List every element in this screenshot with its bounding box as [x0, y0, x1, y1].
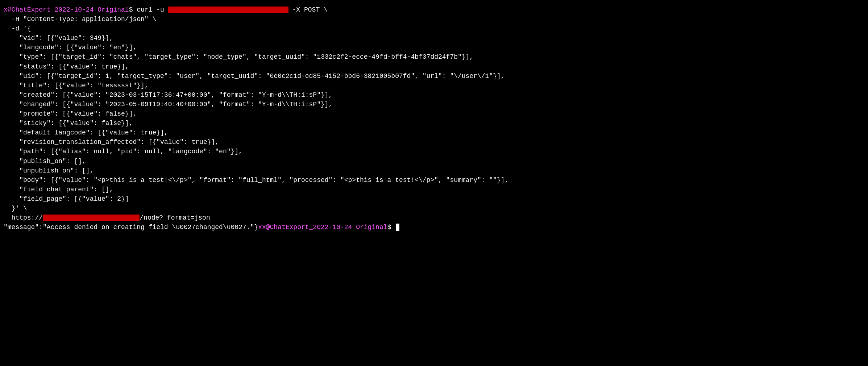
line-6: "type": [{"target_id": "chats", "target_… [4, 52, 864, 62]
line-8: "uid": [{"target_id": 1, "target_type": … [4, 71, 864, 81]
command-rest-1: -X POST \ [288, 6, 328, 13]
prompt-repo-2: ChatExport_2022-10-24 Original [270, 224, 387, 231]
code-17: "publish_on": [], [4, 158, 86, 165]
code-7: "status": [{"value": true}], [4, 63, 129, 70]
prompt-repo-1: ChatExport_2022-10-24 Original [12, 6, 129, 13]
redacted-url [43, 215, 140, 221]
line-21: "field_page": [{"value": 2}] [4, 194, 864, 204]
prompt-dollar-1: $ curl -u [129, 6, 168, 13]
code-10: "created": [{"value": "2023-03-15T17:36:… [4, 91, 332, 99]
line-7: "status": [{"value": true}], [4, 62, 864, 71]
code-18: "unpublish_on": [], [4, 167, 94, 174]
line-12: "promote": [{"value": false}], [4, 109, 864, 118]
code-13: "sticky": [{"value": false}], [4, 120, 133, 127]
line-14: "default_langcode": [{"value": true}], [4, 128, 864, 137]
line-20: "field_chat_parent": [], [4, 185, 864, 194]
url-suffix: /node?_format=json [140, 214, 210, 221]
line-3: -d '{ [4, 24, 864, 33]
line-19: "body": [{"value": "<p>this is a test!<\… [4, 175, 864, 185]
url-prefix: https:// [4, 214, 43, 221]
prompt-user-2: xx@ChatExport_2022-10-24 Original [258, 224, 387, 231]
code-6: "type": [{"target_id": "chats", "target_… [4, 53, 473, 61]
line-2: -H "Content-Type: application/json" \ [4, 14, 864, 24]
line-11: "changed": [{"value": "2023-05-09T19:40:… [4, 100, 864, 109]
line-15: "revision_translation_affected": [{"valu… [4, 137, 864, 147]
line-22: }' \ [4, 204, 864, 213]
code-14: "default_langcode": [{"value": true}], [4, 129, 168, 136]
line-10: "created": [{"value": "2023-03-15T17:36:… [4, 90, 864, 100]
line-5: "langcode": [{"value": "en"}], [4, 43, 864, 52]
code-8: "uid": [{"target_id": 1, "target_type": … [4, 72, 505, 80]
code-12: "promote": [{"value": false}], [4, 110, 137, 117]
line-1: x@ChatExport_2022-10-24 Original$ curl -… [4, 5, 864, 14]
terminal-window: x@ChatExport_2022-10-24 Original$ curl -… [0, 3, 868, 234]
code-4: "vid": [{"value": 349}], [4, 34, 113, 42]
line-18: "unpublish_on": [], [4, 166, 864, 175]
line-24: "message":"Access denied on creating fie… [4, 222, 864, 232]
code-15: "revision_translation_affected": [{"valu… [4, 138, 219, 146]
line-4: "vid": [{"value": 349}], [4, 33, 864, 43]
prompt-dollar-2: $ [387, 224, 395, 231]
code-5: "langcode": [{"value": "en"}], [4, 44, 137, 51]
redacted-credentials [168, 7, 288, 13]
line-17: "publish_on": [], [4, 157, 864, 166]
line-13: "sticky": [{"value": false}], [4, 118, 864, 128]
line-23: https:// /node?_format=json [4, 213, 864, 222]
code-21: "field_page": [{"value": 2}] [4, 195, 129, 203]
code-22: }' \ [4, 205, 27, 212]
terminal-cursor [396, 224, 399, 231]
result-message: "message":"Access denied on creating fie… [4, 224, 258, 231]
prompt-user-1: x@ChatExport_2022-10-24 Original [4, 6, 129, 13]
code-9: "title": [{"value": "tessssst"}], [4, 82, 149, 89]
code-16: "path": [{"alias": null, "pid": null, "l… [4, 148, 242, 155]
code-2: -H "Content-Type: application/json" \ [4, 16, 156, 23]
code-20: "field_chat_parent": [], [4, 186, 113, 193]
code-19: "body": [{"value": "<p>this is a test!<\… [4, 176, 508, 184]
line-16: "path": [{"alias": null, "pid": null, "l… [4, 147, 864, 156]
line-9: "title": [{"value": "tessssst"}], [4, 81, 864, 90]
code-3: -d '{ [4, 25, 31, 32]
code-11: "changed": [{"value": "2023-05-09T19:40:… [4, 101, 332, 108]
